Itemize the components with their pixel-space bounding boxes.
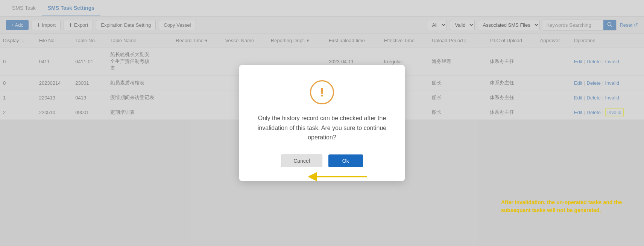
- modal-message: Only the history record can be checked a…: [257, 113, 387, 142]
- modal-cancel-button[interactable]: Cancel: [281, 154, 322, 167]
- modal-ok-button[interactable]: Ok: [328, 154, 363, 167]
- modal-dialog: ! Only the history record can be checked…: [239, 65, 405, 181]
- modal-overlay: ! Only the history record can be checked…: [0, 34, 644, 244]
- modal-buttons: Cancel Ok: [257, 154, 387, 167]
- modal-warning-icon: !: [310, 80, 334, 104]
- page-wrapper: Display ... File No. Table No. Table Nam…: [0, 34, 644, 244]
